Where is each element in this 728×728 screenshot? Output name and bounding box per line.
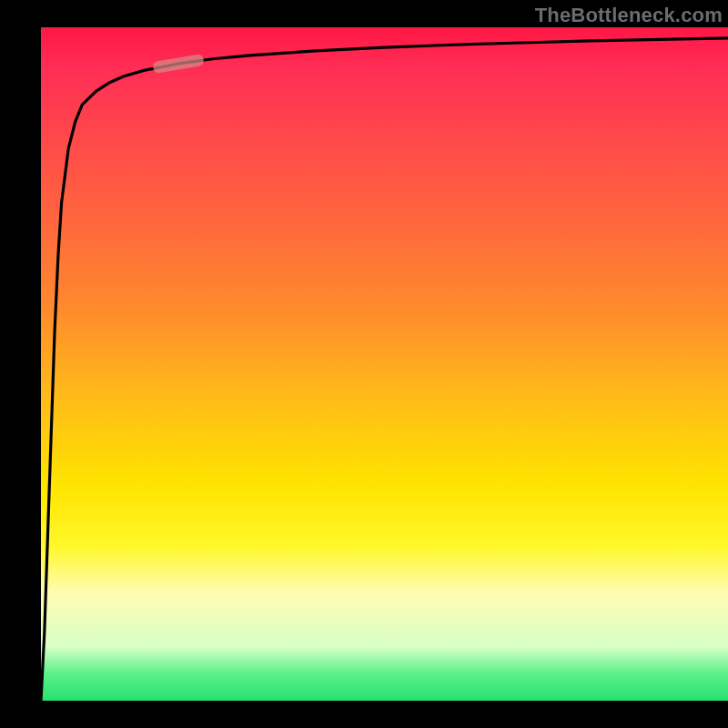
chart-plot-area [41,27,728,701]
attribution-label: TheBottleneck.com [535,4,723,27]
chart-stage: TheBottleneck.com [0,0,728,728]
